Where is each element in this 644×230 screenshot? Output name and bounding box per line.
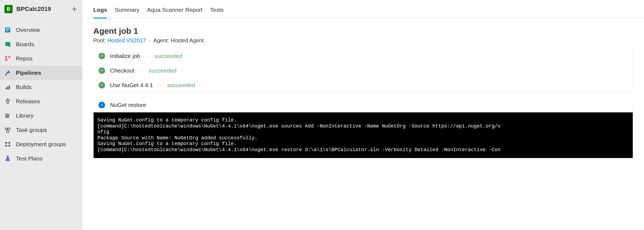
agent-text: Agent: Hosted Agent [153, 37, 204, 43]
svg-rect-13 [8, 114, 10, 118]
completed-steps-card: Initialize job · succeeded Checkout · su… [93, 49, 633, 93]
svg-rect-14 [5, 128, 7, 130]
sidebar-item-label: Releases [16, 98, 40, 105]
sidebar-item-overview[interactable]: Overview [0, 23, 82, 37]
test-plans-icon [4, 155, 11, 162]
tab-aqua-scanner-report[interactable]: Aqua Scanner Report [147, 7, 203, 18]
svg-point-10 [7, 102, 9, 104]
step-status: succeeded [154, 53, 182, 59]
pipelines-icon [4, 70, 11, 76]
running-icon [99, 102, 105, 108]
svg-rect-8 [7, 87, 8, 89]
step-row[interactable]: Checkout · succeeded [94, 63, 633, 78]
job-meta: Pool: Hosted VS2017 · Agent: Hosted Agen… [93, 37, 633, 44]
sidebar-item-label: Boards [16, 41, 34, 48]
svg-rect-12 [7, 113, 8, 118]
builds-icon [4, 84, 11, 90]
sidebar-item-label: Pipelines [16, 70, 41, 76]
console-line: [command]C:\hostedtoolcache\windows\NuGe… [97, 123, 629, 129]
svg-rect-21 [7, 156, 9, 156]
library-icon [4, 112, 11, 119]
repos-icon [4, 55, 11, 62]
console-line: [command]C:\hostedtoolcache\windows\NuGe… [97, 147, 629, 153]
svg-rect-20 [9, 145, 10, 146]
sidebar-item-library[interactable]: Library [0, 109, 82, 123]
svg-rect-7 [5, 88, 7, 89]
sidebar-item-deploymentgroups[interactable]: Deployment groups [0, 137, 82, 151]
sidebar-item-label: Overview [16, 27, 40, 33]
console-output[interactable]: Saving NuGet.config to a temporary confi… [94, 112, 633, 158]
console-line: Saving NuGet.config to a temporary confi… [97, 117, 629, 123]
sidebar: B BPCalc2019 Overview Boards [0, 0, 82, 230]
svg-rect-16 [7, 131, 9, 132]
tabs: Logs Summary Aqua Scanner Report Tests [82, 0, 644, 19]
svg-rect-6 [5, 74, 7, 75]
steps-list: Initialize job · succeeded Checkout · su… [82, 49, 644, 158]
job-title: Agent job 1 [93, 26, 633, 36]
sidebar-item-label: Builds [16, 84, 32, 90]
pool-link[interactable]: Hosted VS2017 [107, 37, 146, 43]
success-icon [99, 53, 105, 59]
sidebar-item-label: Test Plans [16, 155, 43, 162]
tab-tests[interactable]: Tests [210, 7, 224, 18]
job-header: Agent job 1 Pool: Hosted VS2017 · Agent:… [82, 19, 644, 49]
step-name: Initialize job [110, 53, 140, 59]
overview-icon [4, 27, 11, 33]
svg-rect-11 [5, 113, 6, 118]
tab-summary[interactable]: Summary [115, 7, 139, 18]
svg-rect-18 [9, 142, 10, 143]
svg-marker-22 [101, 104, 103, 106]
meta-separator: · [149, 37, 151, 43]
sidebar-item-label: Deployment groups [16, 141, 66, 148]
sidebar-nav: Overview Boards Repos Pipelines [0, 20, 82, 166]
step-name: Checkout [110, 67, 134, 74]
sidebar-item-boards[interactable]: Boards [0, 37, 82, 51]
pool-label: Pool: [93, 37, 106, 43]
boards-icon [4, 41, 11, 48]
deployment-groups-icon [4, 141, 11, 148]
sidebar-item-builds[interactable]: Builds [0, 80, 82, 94]
releases-icon [4, 98, 11, 105]
svg-rect-17 [5, 142, 7, 143]
sidebar-item-taskgroups[interactable]: Task groups [0, 123, 82, 137]
task-groups-icon [4, 127, 11, 133]
main-content: Logs Summary Aqua Scanner Report Tests A… [82, 0, 644, 230]
step-name: NuGet restore [110, 102, 146, 108]
console-line: Saving NuGet.config to a temporary confi… [97, 141, 629, 147]
console-line: Package Source with Name: NuGetOrg added… [97, 135, 629, 141]
sidebar-item-label: Task groups [16, 127, 47, 133]
svg-rect-15 [8, 128, 10, 130]
project-header: B BPCalc2019 [0, 0, 82, 20]
success-icon [99, 82, 105, 88]
success-icon [99, 67, 105, 74]
svg-rect-3 [6, 31, 8, 31]
plus-icon [71, 6, 78, 12]
svg-rect-1 [6, 28, 9, 29]
running-step-card: NuGet restore Saving NuGet.config to a t… [93, 98, 633, 158]
add-button[interactable] [71, 6, 78, 12]
svg-rect-2 [6, 30, 9, 30]
sidebar-item-label: Library [16, 112, 33, 119]
tab-logs[interactable]: Logs [93, 7, 107, 18]
step-status: succeeded [149, 67, 177, 74]
step-separator: · [147, 53, 148, 59]
sidebar-item-testplans[interactable]: Test Plans [0, 151, 82, 166]
step-separator: · [141, 67, 143, 74]
step-row[interactable]: NuGet restore [94, 98, 633, 112]
console-line: nfig [97, 129, 629, 135]
step-name: Use NuGet 4.4.1 [110, 82, 153, 88]
step-status: succeeded [167, 82, 195, 88]
project-badge: B [4, 5, 13, 13]
step-separator: · [159, 82, 161, 88]
project-title[interactable]: BPCalc2019 [16, 5, 71, 13]
step-row[interactable]: Use NuGet 4.4.1 · succeeded [94, 78, 633, 92]
sidebar-item-label: Repos [16, 55, 33, 62]
step-row[interactable]: Initialize job · succeeded [94, 49, 633, 63]
svg-rect-19 [5, 145, 7, 146]
svg-rect-9 [9, 85, 10, 89]
sidebar-item-repos[interactable]: Repos [0, 51, 82, 66]
sidebar-item-pipelines[interactable]: Pipelines [0, 66, 82, 80]
sidebar-item-releases[interactable]: Releases [0, 94, 82, 109]
